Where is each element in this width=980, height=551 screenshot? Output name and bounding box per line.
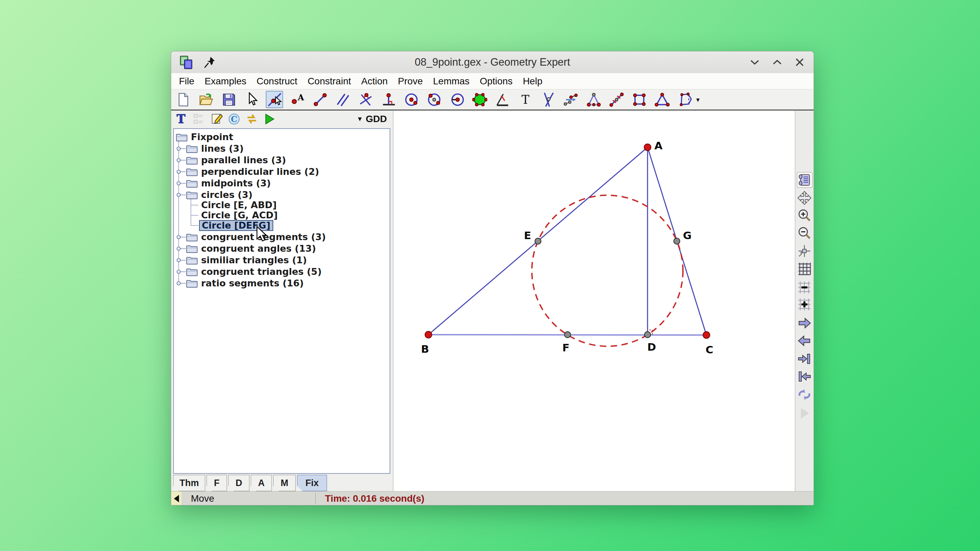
perpendicular-icon[interactable] bbox=[380, 91, 397, 108]
move-icon[interactable] bbox=[266, 91, 283, 108]
geometry-expert-window: 08_9point.gex - Geometry Expert FileExam… bbox=[171, 51, 814, 505]
tab-a[interactable]: A bbox=[251, 475, 272, 491]
tab-d[interactable]: D bbox=[228, 475, 250, 491]
maximize-icon[interactable] bbox=[772, 57, 782, 67]
tab-thm[interactable]: Thm bbox=[173, 475, 205, 491]
save-icon[interactable] bbox=[220, 91, 237, 108]
text-tool-icon[interactable]: T bbox=[174, 112, 188, 126]
grid-plus-icon[interactable] bbox=[797, 297, 812, 312]
select-icon[interactable] bbox=[243, 91, 260, 108]
c-tool-icon[interactable]: C bbox=[227, 112, 241, 126]
polygon-icon[interactable] bbox=[471, 91, 488, 108]
circle-3pt-icon[interactable] bbox=[425, 91, 443, 108]
menu-examples[interactable]: Examples bbox=[199, 73, 251, 89]
gdd-label: GDD bbox=[366, 114, 387, 124]
parallel-lines-icon[interactable] bbox=[334, 91, 352, 108]
triangle-icon[interactable] bbox=[653, 91, 671, 108]
segment-icon[interactable] bbox=[311, 91, 329, 108]
point-E[interactable] bbox=[535, 238, 541, 244]
square-icon[interactable] bbox=[630, 91, 648, 108]
to-end-icon[interactable] bbox=[797, 351, 812, 366]
tree-row-perpendicular-lines-2[interactable]: perpendicular lines (2) bbox=[174, 166, 390, 177]
svg-text:T: T bbox=[177, 113, 185, 125]
nine-point-circle[interactable] bbox=[532, 195, 683, 346]
step-back-icon[interactable] bbox=[797, 333, 812, 348]
point-icon[interactable]: A bbox=[288, 91, 306, 108]
status-collapse-button[interactable] bbox=[171, 491, 181, 505]
menu-construct[interactable]: Construct bbox=[251, 73, 302, 89]
point-label-B: B bbox=[421, 343, 429, 355]
point-B[interactable] bbox=[425, 331, 432, 338]
menu-prove[interactable]: Prove bbox=[393, 73, 428, 89]
zoom-in-icon[interactable] bbox=[797, 208, 812, 223]
tree-row-fixpoint[interactable]: Fixpoint bbox=[174, 132, 390, 143]
tree-label: ratio segments (16) bbox=[199, 278, 306, 289]
tree-row-circle-defg[interactable]: Circle [DEFG] bbox=[174, 220, 390, 231]
reflect-icon[interactable] bbox=[608, 91, 625, 108]
snap-icon[interactable] bbox=[797, 243, 812, 259]
menu-file[interactable]: File bbox=[174, 73, 199, 89]
gdd-dropdown[interactable]: ▼ GDD bbox=[356, 111, 387, 127]
polygon-menu-caret-icon[interactable]: ▾ bbox=[696, 95, 700, 104]
translate-icon[interactable] bbox=[562, 91, 579, 108]
cross-lines-icon[interactable] bbox=[539, 91, 557, 108]
step-forward-icon[interactable] bbox=[797, 316, 812, 330]
tree-row-congruent-segments-3[interactable]: congruent segments (3) bbox=[174, 232, 390, 243]
replay-icon[interactable] bbox=[797, 387, 812, 402]
circle-icon[interactable] bbox=[402, 91, 420, 108]
menu-action[interactable]: Action bbox=[356, 73, 393, 89]
tree-row-congruent-triangles-5[interactable]: congruent triangles (5) bbox=[174, 266, 390, 277]
swap-icon[interactable] bbox=[245, 112, 259, 126]
status-mode: Move bbox=[191, 491, 214, 505]
menu-lemmas[interactable]: Lemmas bbox=[428, 73, 475, 89]
tree-row-circle-g-acd[interactable]: Circle [G, ACD] bbox=[174, 210, 390, 221]
grid-minus-icon[interactable] bbox=[797, 280, 812, 295]
tree-row-lines-3[interactable]: lines (3) bbox=[174, 143, 390, 154]
tab-f[interactable]: F bbox=[207, 475, 227, 491]
tree-row-midpoints-3[interactable]: midpoints (3) bbox=[174, 178, 390, 189]
main-toolbar: AT▾ bbox=[171, 89, 814, 111]
window-title: 08_9point.gex - Geometry Expert bbox=[171, 51, 814, 73]
tree-row-parallel-lines-3[interactable]: parallel lines (3) bbox=[174, 155, 390, 166]
polygon-dash-icon[interactable] bbox=[676, 91, 694, 108]
zoom-out-icon[interactable] bbox=[797, 225, 812, 240]
tree-row-ratio-segments-16[interactable]: ratio segments (16) bbox=[174, 278, 390, 289]
panel-toolbar: TC bbox=[174, 111, 277, 127]
grid-icon[interactable] bbox=[797, 261, 812, 276]
open-folder-icon[interactable] bbox=[197, 91, 215, 108]
new-file-icon[interactable] bbox=[175, 91, 192, 108]
tab-fix[interactable]: Fix bbox=[297, 475, 327, 491]
menu-help[interactable]: Help bbox=[517, 73, 547, 89]
point-C[interactable] bbox=[703, 332, 710, 338]
tree-row-circles-3[interactable]: circles (3) bbox=[174, 189, 390, 200]
minimize-icon[interactable] bbox=[749, 57, 760, 67]
tab-label: Fix bbox=[305, 478, 318, 488]
edit-note-icon[interactable] bbox=[209, 112, 224, 126]
panel-tabs: ThmFDAMFix bbox=[173, 475, 328, 491]
point-D[interactable] bbox=[644, 332, 651, 338]
status-separator bbox=[315, 493, 317, 504]
close-icon[interactable] bbox=[795, 57, 805, 67]
iso-triangle-icon[interactable] bbox=[585, 91, 602, 108]
title-bar[interactable]: 08_9point.gex - Geometry Expert bbox=[171, 51, 814, 73]
angle-icon[interactable] bbox=[494, 91, 511, 108]
intersect-icon[interactable] bbox=[357, 91, 374, 108]
point-F[interactable] bbox=[565, 332, 571, 338]
menu-options[interactable]: Options bbox=[475, 73, 518, 89]
tree-row-congruent-angles-13[interactable]: congruent angles (13) bbox=[174, 243, 390, 254]
text-icon[interactable]: T bbox=[517, 91, 534, 108]
tree-label: lines (3) bbox=[199, 143, 246, 154]
point-G[interactable] bbox=[674, 238, 680, 244]
tree-row-similiar-triangles-1[interactable]: similiar triangles (1) bbox=[174, 255, 390, 266]
tree-stub bbox=[191, 225, 198, 226]
point-A[interactable] bbox=[644, 144, 651, 151]
circle-radius-icon[interactable] bbox=[448, 91, 466, 108]
to-start-icon[interactable] bbox=[797, 369, 812, 384]
tab-m[interactable]: M bbox=[273, 475, 296, 491]
menu-constraint[interactable]: Constraint bbox=[302, 73, 356, 89]
tree-row-circle-e-abd[interactable]: Circle [E, ABD] bbox=[174, 200, 390, 211]
notes-icon[interactable] bbox=[797, 172, 813, 188]
tree-label: parallel lines (3) bbox=[199, 155, 288, 166]
pan-icon[interactable] bbox=[797, 191, 812, 205]
run-icon[interactable] bbox=[262, 112, 277, 126]
